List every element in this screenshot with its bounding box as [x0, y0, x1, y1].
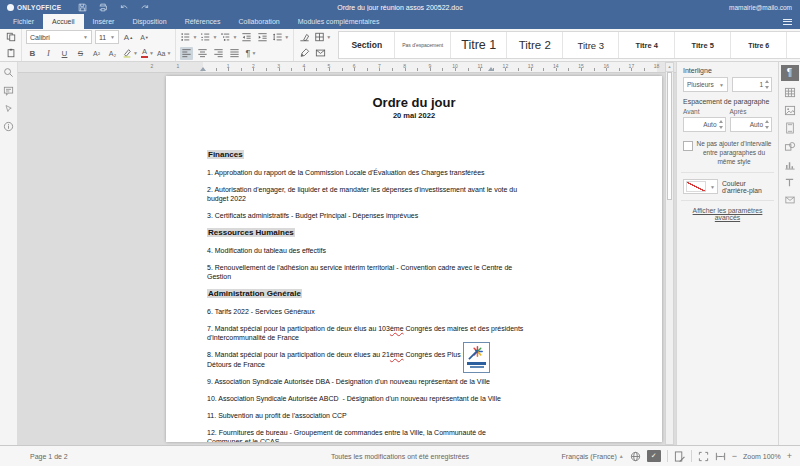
line-spacing-value-spinner[interactable]: 1: [732, 77, 772, 92]
tab-fichier[interactable]: Fichier: [4, 14, 43, 29]
same-style-checkbox-row[interactable]: Ne pas ajouter d'intervalle entre paragr…: [683, 139, 772, 166]
style-t2[interactable]: Titre 2: [507, 32, 563, 58]
spacing-after-spinner[interactable]: Auto: [730, 117, 773, 132]
horizontal-ruler[interactable]: 21123456789101112131415161718: [18, 62, 676, 73]
navigation-icon[interactable]: [4, 104, 14, 113]
ruler-number: 2: [151, 63, 154, 69]
ruler-number: 13: [528, 63, 534, 69]
font-name-select[interactable]: Calibri▼: [26, 30, 92, 44]
line-spacing-icon[interactable]: ▼: [272, 31, 289, 44]
paste-icon[interactable]: [4, 47, 17, 60]
table-settings-icon[interactable]: [782, 85, 798, 99]
language-select[interactable]: Français (France)▲: [562, 453, 624, 460]
decrease-font-icon[interactable]: A▼: [138, 31, 151, 44]
bullet-list-icon[interactable]: ▼: [180, 31, 197, 44]
search-icon[interactable]: [3, 67, 14, 78]
tab-références[interactable]: Références: [176, 14, 230, 29]
save-icon[interactable]: [78, 3, 87, 12]
image-settings-icon[interactable]: [782, 103, 798, 117]
increase-font-icon[interactable]: A▲: [122, 31, 135, 44]
style-t7[interactable]: Titre 7: [787, 32, 800, 58]
copy-style-icon[interactable]: [298, 47, 311, 60]
shape-settings-icon[interactable]: [782, 139, 798, 153]
align-center-icon[interactable]: [196, 47, 209, 60]
paragraph-settings-icon[interactable]: ¶: [781, 65, 799, 81]
plus-beaux-detours-logo[interactable]: [463, 342, 490, 373]
style-t3[interactable]: Titre 3: [563, 32, 619, 58]
line-spacing-select[interactable]: Plusieurs▼: [683, 77, 728, 92]
style-t1[interactable]: Titre 1: [451, 32, 507, 58]
redo-icon[interactable]: [140, 3, 150, 12]
style-t4[interactable]: Titre 4: [619, 32, 675, 58]
fit-page-icon[interactable]: [698, 451, 709, 462]
underline-icon[interactable]: U: [58, 47, 71, 60]
borders-icon[interactable]: ▼: [314, 31, 331, 44]
ruler-number: 10: [452, 63, 458, 69]
change-case-icon[interactable]: Aa▼: [157, 47, 172, 60]
print-icon[interactable]: [98, 3, 108, 12]
tab-modules-complémentaires[interactable]: Modules complémentaires: [289, 14, 389, 29]
zoom-level[interactable]: Zoom 100%: [743, 453, 781, 460]
highlight-color-icon[interactable]: ▼: [122, 47, 138, 60]
header-footer-settings-icon[interactable]: [782, 121, 798, 135]
numbered-list-icon[interactable]: ▼: [200, 31, 217, 44]
doc-paragraph: 5. Renouvellement de l'adhésion au servi…: [207, 263, 629, 282]
styles-gallery-wrap: SectionPas d'espacementTitre 1Titre 2Tit…: [335, 29, 800, 61]
outdent-icon[interactable]: [240, 31, 253, 44]
undo-icon[interactable]: [119, 3, 129, 12]
align-justify-icon[interactable]: [228, 47, 241, 60]
spellcheck-icon[interactable]: ✓: [647, 450, 661, 462]
mail-merge-settings-icon[interactable]: [782, 193, 798, 207]
indent-marker-left[interactable]: [200, 67, 206, 71]
spacing-before-spinner[interactable]: Auto: [683, 117, 726, 132]
text-art-settings-icon[interactable]: [782, 175, 798, 189]
multilevel-list-icon[interactable]: ▼: [220, 31, 237, 44]
tab-disposition[interactable]: Disposition: [123, 14, 175, 29]
nonprinting-chars-icon[interactable]: ¶▼: [244, 47, 257, 60]
indent-marker-right[interactable]: [488, 67, 494, 71]
bold-icon[interactable]: B: [26, 47, 39, 60]
style-t6[interactable]: Titre 6: [731, 32, 787, 58]
globe-icon[interactable]: [630, 451, 641, 462]
font-size-select[interactable]: 11▼: [95, 30, 119, 44]
about-icon[interactable]: [3, 121, 14, 132]
strikethrough-icon[interactable]: S: [74, 47, 87, 60]
fit-width-icon[interactable]: [715, 451, 726, 462]
scrollbar-thumb[interactable]: [667, 72, 672, 200]
collapse-toolbar-icon[interactable]: [783, 17, 792, 26]
style-section[interactable]: Section: [339, 32, 395, 58]
tab-insérer[interactable]: Insérer: [84, 14, 124, 29]
comments-icon[interactable]: [3, 86, 14, 96]
tab-accueil[interactable]: Accueil: [43, 14, 84, 29]
background-color-picker[interactable]: ▼: [683, 179, 718, 194]
vertical-scrollbar[interactable]: ▲: [665, 62, 674, 445]
copy-icon[interactable]: [4, 31, 17, 44]
page-indicator[interactable]: Page 1 de 2: [30, 453, 68, 460]
zoom-in-icon[interactable]: +: [787, 451, 792, 461]
indent-icon[interactable]: [256, 31, 269, 44]
style-t5[interactable]: Titre 5: [675, 32, 731, 58]
scroll-up-icon[interactable]: ▲: [666, 63, 673, 72]
superscript-icon[interactable]: A²: [90, 47, 103, 60]
checkbox[interactable]: [683, 141, 693, 151]
advanced-settings-link[interactable]: Afficher les paramètres avancés: [683, 207, 772, 221]
subscript-icon[interactable]: A₂: [106, 47, 119, 60]
tab-collaboration[interactable]: Collaboration: [229, 14, 288, 29]
align-left-icon[interactable]: [180, 47, 193, 60]
doc-heading: Finances: [207, 150, 629, 160]
font-color-icon[interactable]: A▼: [141, 47, 154, 60]
logo-icon: [7, 4, 14, 11]
italic-icon[interactable]: I: [42, 47, 55, 60]
style-nospace[interactable]: Pas d'espacement: [395, 32, 451, 58]
ruler-number: 14: [553, 63, 559, 69]
mail-merge-icon[interactable]: [314, 47, 327, 60]
clear-style-icon[interactable]: [298, 31, 311, 44]
align-right-icon[interactable]: [212, 47, 225, 60]
ruler-number: 2: [252, 63, 255, 69]
document-page[interactable]: Ordre du jour 20 mai 2022 Finances1. App…: [166, 76, 662, 442]
document-viewport[interactable]: 21123456789101112131415161718 Ordre du j…: [18, 62, 676, 445]
chart-settings-icon[interactable]: [782, 157, 798, 171]
user-email[interactable]: mamairie@mailo.com: [729, 4, 800, 11]
zoom-out-icon[interactable]: −: [732, 451, 737, 461]
track-changes-icon[interactable]: [674, 451, 685, 462]
